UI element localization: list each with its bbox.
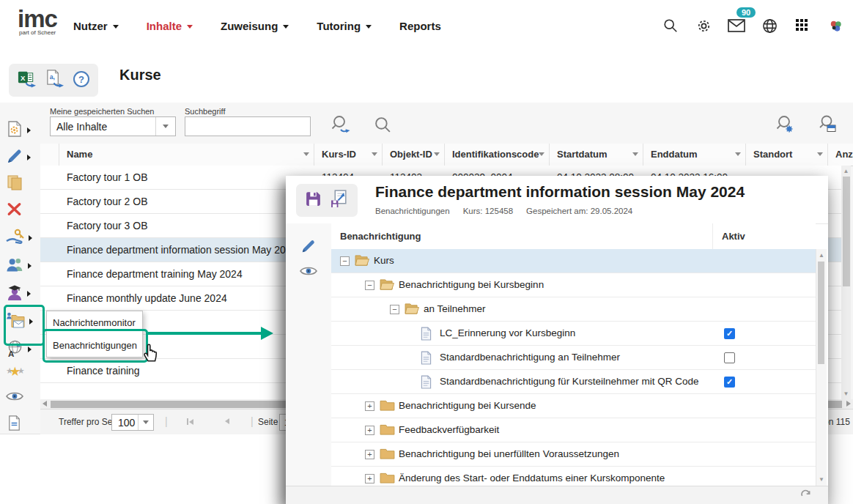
search-term-input[interactable] <box>185 116 311 136</box>
notifications-dialog: Finance department information session M… <box>286 176 828 504</box>
chevron-down-icon[interactable] <box>155 117 175 136</box>
search-icon[interactable] <box>662 17 679 34</box>
sidebar-item-new-object[interactable] <box>6 119 35 141</box>
scroll-up-icon[interactable]: ▲ <box>816 251 827 260</box>
column-header-name[interactable]: Name <box>59 144 314 166</box>
saved-searches-select[interactable]: Alle Inhalte <box>50 116 176 136</box>
scroll-right-icon[interactable] <box>846 401 851 407</box>
context-menu-item-nachrichtenmonitor[interactable]: Nachrichtenmonitor <box>47 311 142 334</box>
edit-icon[interactable] <box>300 238 317 257</box>
rating-icon: ★★★ <box>6 362 26 382</box>
logo-text: imc <box>18 7 57 31</box>
filter-caret-icon[interactable] <box>632 152 638 156</box>
column-header-enddatum[interactable]: Enddatum <box>643 144 746 166</box>
collapse-icon[interactable]: − <box>365 281 374 290</box>
dialog-scrollbar[interactable]: ▲ ▼ <box>816 249 827 486</box>
mail-icon[interactable]: 90 <box>728 17 745 34</box>
column-header-startdatum[interactable]: Startdatum <box>550 144 643 166</box>
tree-node-label: Kurs <box>374 249 394 273</box>
column-header-anzahl[interactable]: Anzahl <box>828 144 853 166</box>
tree-row[interactable]: +Benachrichtigung bei Kursende <box>331 394 816 418</box>
refresh-icon[interactable] <box>800 489 812 504</box>
menu-item-inhalte[interactable]: Inhalte <box>147 20 193 32</box>
sidebar-item-assign[interactable] <box>6 227 35 249</box>
expand-icon[interactable]: + <box>365 401 374 411</box>
per-page-select[interactable]: 100 <box>111 414 154 431</box>
sidebar-item-notifications[interactable] <box>6 311 35 333</box>
chevron-down-icon[interactable] <box>138 415 153 430</box>
save-and-close-icon[interactable] <box>330 189 350 212</box>
sidebar-item-delete[interactable] <box>6 199 35 221</box>
search-run-icon[interactable] <box>374 116 394 136</box>
filter-caret-icon[interactable] <box>434 152 440 156</box>
filter-caret-icon[interactable] <box>735 152 741 156</box>
flyout-arrow-icon <box>28 263 32 269</box>
tree-row[interactable]: +Feedbackverfügbarkeit <box>331 418 816 442</box>
sidebar-item-users[interactable] <box>6 255 35 277</box>
dialog-scroll-thumb[interactable] <box>818 262 824 364</box>
sidebar-item-copy[interactable] <box>6 173 35 195</box>
save-icon[interactable] <box>304 190 322 211</box>
first-page-button[interactable] <box>187 418 193 425</box>
sidebar-item-translation[interactable]: Aa <box>6 338 35 360</box>
search-panel-icon[interactable] <box>818 114 838 135</box>
previous-page-button[interactable] <box>225 418 229 424</box>
tree-row[interactable]: −Kurs <box>331 249 816 273</box>
filter-caret-icon[interactable] <box>539 152 544 156</box>
filter-caret-icon[interactable] <box>817 152 823 156</box>
search-settings-icon[interactable] <box>775 114 796 135</box>
imc-app-icon[interactable] <box>827 17 844 34</box>
logo-subtext: part of Scheer <box>19 29 57 36</box>
flyout-arrow-icon <box>29 235 32 241</box>
settings-icon[interactable] <box>695 17 712 34</box>
menu-item-nutzer[interactable]: Nutzer <box>73 20 119 32</box>
column-header-kurs-id[interactable]: Kurs-ID <box>314 144 383 166</box>
expand-icon[interactable]: + <box>365 450 374 459</box>
text-export-icon[interactable]: a, <box>45 69 64 92</box>
tree-row[interactable]: −Benachrichtigung bei Kursbeginn <box>331 273 816 297</box>
search-reset-icon[interactable] <box>331 114 352 135</box>
scroll-down-icon[interactable]: ▼ <box>816 475 827 484</box>
scroll-left-icon[interactable] <box>43 401 47 407</box>
menu-item-reports[interactable]: Reports <box>399 20 441 32</box>
apps-grid-icon[interactable] <box>794 17 811 34</box>
sidebar-item-document[interactable] <box>6 413 35 435</box>
excel-export-icon[interactable]: X <box>17 69 37 92</box>
context-menu-item-benachrichtigungen[interactable]: Benachrichtigungen <box>47 334 142 357</box>
active-checkbox[interactable]: ✓ <box>724 328 735 339</box>
sidebar-item-edit[interactable] <box>6 147 35 168</box>
drag-handle-icon[interactable] <box>40 144 59 166</box>
course-name: Factory tour 1 OB <box>59 166 314 189</box>
vertical-scroll-thumb[interactable] <box>843 177 850 286</box>
column-header-objekt-id[interactable]: Objekt-ID <box>383 144 445 166</box>
help-icon[interactable]: ? <box>73 70 90 91</box>
active-checkbox[interactable] <box>724 352 735 363</box>
sidebar-item-view[interactable] <box>6 387 35 409</box>
tree-row[interactable]: LC_Erinnerung vor Kursbeginn✓ <box>331 322 816 346</box>
column-header-identifikationscode[interactable]: Identifikationscode <box>445 144 550 166</box>
menu-item-zuweisung[interactable]: Zuweisung <box>221 20 289 32</box>
active-checkbox[interactable]: ✓ <box>724 377 735 388</box>
sidebar-item-rating[interactable]: ★★★ <box>6 360 35 382</box>
tree-row[interactable]: Standardbenachrichtigung für Kursteilneh… <box>331 370 816 394</box>
tree-row[interactable]: +Benachrichtigung bei unerfüllten Voraus… <box>331 442 816 467</box>
tree-row[interactable]: Standardbenachrichtigung an Teilnehmer <box>331 346 816 370</box>
imc-logo[interactable]: imc part of Scheer <box>18 7 57 36</box>
globe-icon[interactable] <box>761 17 778 34</box>
scroll-down-icon[interactable]: ▼ <box>841 389 851 399</box>
sidebar-item-tutor[interactable] <box>6 283 35 305</box>
filter-caret-icon[interactable] <box>372 152 377 156</box>
collapse-icon[interactable]: − <box>340 256 350 266</box>
page-label: Seite <box>258 417 278 427</box>
filter-caret-icon[interactable] <box>303 152 309 156</box>
tree-row[interactable]: −an Teilnehmer <box>331 297 816 322</box>
column-header-standort[interactable]: Standort <box>746 144 828 166</box>
collapse-icon[interactable]: − <box>390 305 399 314</box>
expand-icon[interactable]: + <box>365 426 374 435</box>
expand-icon[interactable]: + <box>365 474 374 483</box>
tree-row[interactable]: +Änderung des Start- oder Enddatums eine… <box>331 467 816 486</box>
scroll-up-icon[interactable]: ▲ <box>841 166 851 176</box>
vertical-scrollbar[interactable]: ▲ ▼ <box>841 166 851 399</box>
preview-eye-icon[interactable] <box>300 265 317 280</box>
menu-item-tutoring[interactable]: Tutoring <box>317 20 372 32</box>
